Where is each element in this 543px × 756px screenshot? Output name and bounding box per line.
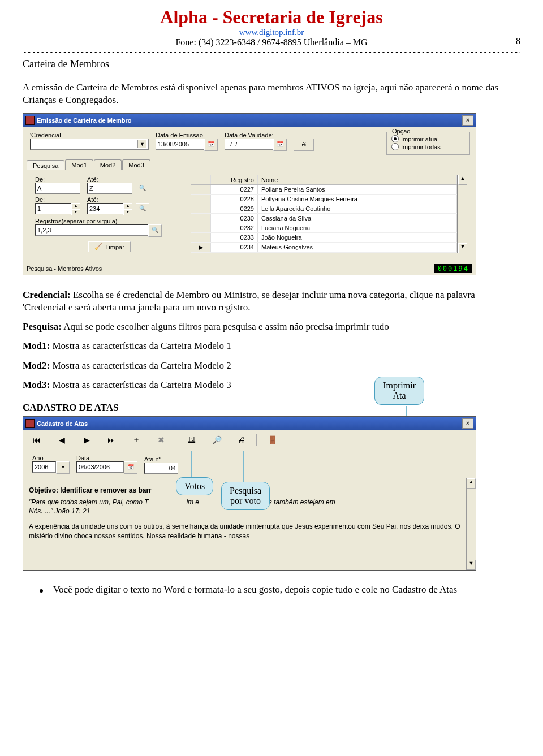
- credencial-combo[interactable]: ▼: [30, 139, 149, 150]
- row-marker: ▶: [191, 243, 211, 252]
- cell-nome: Mateus Gonçalves: [258, 243, 457, 252]
- page-title: Alpha - Secretaria de Igrejas: [23, 7, 520, 28]
- titlebar-atas: Cadastro de Atas ×: [23, 417, 476, 430]
- data-emissao-input[interactable]: [156, 139, 204, 150]
- nav-next-icon[interactable]: ▶: [79, 433, 94, 447]
- table-row[interactable]: 0227Poliana Pereira Santos: [191, 185, 457, 195]
- cell-registro: 0232: [211, 223, 258, 232]
- note-mod3-t: Mostra as características da Carteira Mo…: [52, 379, 231, 390]
- table-row[interactable]: ▶0234Mateus Gonçalves: [191, 243, 457, 253]
- table-row[interactable]: 0228Pollyana Cristine Marques Ferreira: [191, 195, 457, 204]
- data-validade-label: Data de Validade:: [225, 132, 287, 139]
- registros-label: Registros(separar por virgula): [35, 218, 165, 224]
- radio-imprimir-todas[interactable]: Imprimir todas: [391, 143, 465, 150]
- table-row[interactable]: 0232Luciana Nogueria: [191, 223, 457, 233]
- note-mod2-b: Mod2:: [23, 360, 50, 371]
- ate2-input[interactable]: [87, 203, 123, 214]
- de1-label: De:: [35, 176, 80, 183]
- search-vote-icon[interactable]: 🔎: [209, 433, 225, 447]
- close-button[interactable]: ×: [462, 115, 473, 126]
- col-nome[interactable]: Nome: [258, 175, 457, 184]
- limpar-button[interactable]: 🧹 Limpar: [88, 241, 131, 252]
- status-text: Pesquisa - Membros Ativos: [27, 265, 102, 272]
- opcao-legend: Opção: [390, 128, 412, 135]
- tab-pesquisa[interactable]: Pesquisa: [27, 160, 64, 170]
- ano-label: Ano: [32, 455, 70, 461]
- calendar-icon[interactable]: 📅: [273, 139, 287, 151]
- col-registro[interactable]: Registro: [211, 175, 258, 184]
- clear-icon: 🧹: [94, 243, 102, 250]
- calendar-icon[interactable]: 📅: [204, 139, 218, 151]
- table-row[interactable]: 0230Cassiana da Silva: [191, 214, 457, 223]
- radio-on-icon: [391, 135, 399, 142]
- scroll-up-icon[interactable]: ▲: [467, 478, 476, 489]
- window-title: Emissão de Carteira de Membro: [37, 117, 132, 124]
- scroll-down-icon[interactable]: ▼: [467, 560, 476, 570]
- divider-line: ----------------------------------------…: [23, 47, 520, 56]
- atas-paragraph: A experiência da unidade uns com os outr…: [29, 522, 470, 541]
- ate1-label: Até:: [87, 176, 132, 183]
- atas-toolbar: ⏮ ◀ ▶ ⏭ ＋ ✖ 🗳 🔎 🖨 🚪: [23, 430, 476, 450]
- radio-imprimir-atual[interactable]: Imprimir atual: [391, 135, 465, 142]
- note-mod2-t: Mostra as características da Carteira Mo…: [52, 360, 231, 371]
- footer-bullet-text: Você pode digitar o texto no Word e form…: [53, 584, 457, 595]
- de2-label: De:: [35, 196, 80, 203]
- print-button[interactable]: 🖨: [294, 139, 314, 151]
- row-selector-head: [191, 175, 211, 184]
- nav-first-icon[interactable]: ⏮: [29, 433, 45, 447]
- cell-nome: Leila Aparecida Coutinho: [258, 204, 457, 213]
- table-row[interactable]: 0233João Nogueira: [191, 233, 457, 243]
- ano-input[interactable]: [32, 461, 56, 473]
- table-row[interactable]: 0229Leila Aparecida Coutinho: [191, 204, 457, 214]
- row-marker: [191, 204, 211, 213]
- note-mod3-b: Mod3:: [23, 379, 50, 390]
- tab-mod2[interactable]: Mod2: [94, 159, 122, 170]
- callout-leader-line: [191, 451, 192, 477]
- toolbar-separator: [176, 434, 177, 446]
- scroll-up-icon[interactable]: ▲: [458, 175, 467, 185]
- header-phone: Fone: (34) 3223-6348 / 9674-8895 Uberlân…: [23, 37, 520, 47]
- cell-nome: João Nogueira: [258, 233, 457, 242]
- close-button[interactable]: ×: [462, 418, 473, 429]
- dialog-carteira: Emissão de Carteira de Membro × 'Credenc…: [23, 113, 476, 275]
- section-title-carteira: Carteira de Membros: [23, 58, 520, 70]
- tab-mod3[interactable]: Mod3: [122, 159, 150, 170]
- search-icon[interactable]: 🔍: [136, 203, 149, 215]
- delete-icon[interactable]: ✖: [153, 433, 169, 447]
- search-icon[interactable]: 🔍: [136, 183, 149, 195]
- note-mod1-t: Mostra as características da Carteira Mo…: [52, 340, 231, 351]
- nav-last-icon[interactable]: ⏭: [104, 433, 119, 447]
- atas-scrollbar[interactable]: ▲ ▼: [466, 478, 476, 570]
- exit-icon[interactable]: 🚪: [264, 433, 280, 447]
- search-icon[interactable]: 🔍: [148, 224, 162, 237]
- de2-input[interactable]: [35, 203, 71, 214]
- add-icon[interactable]: ＋: [128, 433, 144, 447]
- data-validade-input[interactable]: [225, 139, 273, 150]
- calendar-icon[interactable]: 📅: [124, 461, 137, 474]
- print-ata-icon[interactable]: 🖨: [234, 433, 249, 447]
- cell-registro: 0230: [211, 214, 258, 223]
- members-grid[interactable]: Registro Nome 0227Poliana Pereira Santos…: [191, 175, 458, 253]
- spin-up-icon[interactable]: ▲: [71, 203, 80, 209]
- ate1-input[interactable]: [87, 183, 132, 194]
- atan-input[interactable]: [144, 463, 178, 474]
- grid-scrollbar[interactable]: ▲ ▼: [458, 175, 467, 253]
- cadastro-atas-title: CADASTRO DE ATAS: [23, 401, 520, 414]
- de1-input[interactable]: [35, 183, 80, 194]
- radio-todas-label: Imprimir todas: [401, 144, 441, 150]
- spin-down-icon[interactable]: ▼: [123, 209, 132, 215]
- tab-mod1[interactable]: Mod1: [65, 159, 93, 170]
- radio-atual-label: Imprimir atual: [401, 136, 439, 142]
- cell-nome: Pollyana Cristine Marques Ferreira: [258, 195, 457, 204]
- atan-label: Ata nº: [144, 456, 178, 463]
- spin-up-icon[interactable]: ▲: [123, 203, 132, 209]
- limpar-label: Limpar: [105, 244, 124, 250]
- year-picker-icon[interactable]: ▾: [56, 461, 70, 474]
- scroll-down-icon[interactable]: ▼: [458, 243, 467, 253]
- data-input[interactable]: [76, 461, 124, 473]
- chevron-down-icon[interactable]: ▼: [137, 140, 146, 148]
- nav-prev-icon[interactable]: ◀: [54, 433, 70, 447]
- votes-icon[interactable]: 🗳: [184, 433, 200, 447]
- spin-down-icon[interactable]: ▼: [71, 209, 80, 215]
- registros-input[interactable]: [35, 224, 148, 236]
